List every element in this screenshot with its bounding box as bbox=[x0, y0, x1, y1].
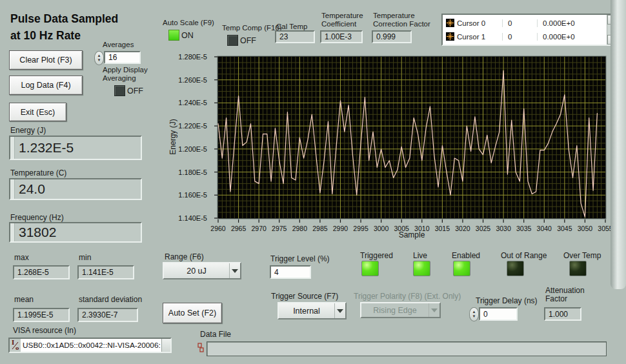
trigger-level-label: Trigger Level (%) bbox=[270, 254, 330, 263]
min-label: min bbox=[79, 253, 91, 262]
averages-input[interactable]: 16 bbox=[104, 51, 141, 64]
trigger-source-dropdown[interactable]: Internal bbox=[278, 302, 347, 319]
temp-comp-toggle[interactable] bbox=[227, 35, 238, 46]
trigger-level-input[interactable]: 4 bbox=[270, 265, 311, 279]
mean-label: mean bbox=[14, 295, 34, 304]
enabled-label: Enabled bbox=[452, 251, 480, 260]
exit-button[interactable]: Exit (Esc) bbox=[9, 103, 66, 121]
trigger-source-label: Trigger Source (F7) bbox=[271, 292, 338, 301]
out-of-range-label: Out of Range bbox=[501, 251, 547, 260]
y-axis-tick-label: 1.280E-5 bbox=[161, 53, 207, 61]
y-axis-title: Energy (J) bbox=[168, 108, 177, 166]
x-axis-tick-label: 3045 bbox=[557, 225, 572, 232]
range-value: 20 uJ bbox=[164, 267, 229, 276]
temperature-correction-factor-label: Temperature Correction Factor bbox=[373, 12, 439, 28]
trigger-polarity-label: Trigger Polarity (F8) (Ext. Only) bbox=[354, 292, 461, 301]
visa-resource-label: VISA resource (In) bbox=[13, 326, 76, 335]
y-axis-tick-label: 1.220E-5 bbox=[161, 122, 207, 130]
apply-display-averaging-toggle[interactable] bbox=[114, 85, 125, 96]
visa-resource-value[interactable]: USB0::0x1AD5::0x0042::NI-VISA-20006: bbox=[21, 339, 161, 352]
energy-value: 1.232E-5 bbox=[19, 140, 74, 156]
x-axis-title: Sample bbox=[379, 230, 444, 239]
trigger-delay-label: Trigger Delay (ns) bbox=[476, 296, 538, 305]
trigger-delay-spinner[interactable]: ▲▼ bbox=[469, 307, 479, 321]
x-axis-tick-label: 2960 bbox=[210, 225, 226, 232]
over-temp-label: Over Temp bbox=[563, 251, 601, 260]
frequency-indicator: 31802 bbox=[9, 222, 142, 243]
frequency-value: 31802 bbox=[19, 225, 56, 240]
energy-waveform-graph: 2960296529702975298029852990299530003005… bbox=[213, 54, 620, 239]
averages-spinner[interactable]: ▲▼ bbox=[94, 51, 104, 65]
attenuation-factor-label: Attenuation Factor bbox=[545, 287, 592, 303]
x-axis-tick-label: 3030 bbox=[496, 225, 511, 232]
triggered-led bbox=[361, 261, 379, 276]
auto-set-button[interactable]: Auto Set (F2) bbox=[163, 303, 222, 323]
temperature-label: Temperature (C) bbox=[10, 168, 66, 177]
energy-label: Energy (J) bbox=[10, 126, 46, 135]
chevron-down-icon[interactable] bbox=[229, 263, 240, 278]
spinner-down-icon[interactable]: ▼ bbox=[472, 314, 476, 319]
cursor-legend-rows: Cursor 0 0 0.000E+0 Cursor 1 0 0.000E+0 bbox=[443, 15, 607, 45]
page-title-line1: Pulse Data Sampled bbox=[10, 10, 118, 27]
cursor-legend: Cursor 0 0 0.000E+0 Cursor 1 0 0.000E+0 … bbox=[441, 14, 618, 46]
log-data-button[interactable]: Log Data (F4) bbox=[9, 76, 83, 95]
front-panel: Pulse Data Sampled at 10 Hz Rate Clear P… bbox=[0, 0, 626, 364]
temperature-value: 24.0 bbox=[19, 181, 45, 197]
temp-comp-state: OFF bbox=[240, 36, 256, 45]
apply-display-averaging-state: OFF bbox=[127, 86, 143, 96]
range-dropdown[interactable]: 20 uJ bbox=[163, 262, 241, 279]
spinner-up-icon[interactable]: ▲ bbox=[97, 54, 101, 58]
data-file-label: Data File bbox=[200, 330, 231, 339]
spinner-down-icon[interactable]: ▼ bbox=[97, 58, 101, 63]
clear-plot-button[interactable]: Clear Plot (F3) bbox=[9, 50, 83, 70]
max-label: max bbox=[14, 253, 29, 262]
trigger-polarity-dropdown[interactable]: Rising Edge bbox=[360, 302, 441, 318]
max-value: 1.268E-5 bbox=[13, 265, 70, 279]
cursor1-crosshair-icon bbox=[443, 32, 457, 41]
cursor-row-1[interactable]: Cursor 1 0 0.000E+0 bbox=[443, 30, 607, 43]
visa-dropdown-button[interactable] bbox=[161, 339, 170, 352]
temperature-indicator: 24.0 bbox=[9, 178, 142, 200]
cursor0-x-value: 0 bbox=[502, 19, 537, 27]
cursor0-crosshair-icon bbox=[443, 19, 457, 27]
cal-temp-label: Cal Temp bbox=[276, 23, 307, 30]
auto-scale-toggle[interactable] bbox=[168, 30, 179, 41]
cursor0-name: Cursor 0 bbox=[457, 19, 502, 27]
data-file-input[interactable] bbox=[207, 341, 607, 356]
cursor1-x-value: 0 bbox=[502, 33, 537, 41]
temperature-correction-factor-value: 0.999 bbox=[372, 30, 412, 43]
trigger-delay-input[interactable]: 0 bbox=[479, 307, 518, 321]
field-gutter bbox=[10, 179, 15, 199]
chevron-down-icon[interactable] bbox=[334, 303, 345, 318]
cursor1-name: Cursor 1 bbox=[457, 33, 502, 41]
y-axis-tick-label: 1.260E-5 bbox=[161, 76, 207, 84]
spinner-up-icon[interactable]: ▲ bbox=[472, 310, 476, 314]
y-axis-tick-label: 1.160E-5 bbox=[161, 191, 207, 199]
x-axis-tick-label: 3035 bbox=[516, 225, 532, 232]
svg-text:I: I bbox=[12, 339, 14, 346]
temperature-coefficient-value: 1.00E-3 bbox=[320, 30, 363, 43]
standard-deviation-label: standard deviation bbox=[79, 295, 142, 304]
x-axis-tick-label: 2975 bbox=[272, 225, 287, 232]
enabled-led bbox=[453, 261, 470, 276]
auto-scale-label: Auto Scale (F9) bbox=[163, 19, 214, 26]
y-axis-tick-label: 1.240E-5 bbox=[161, 99, 207, 106]
energy-indicator: 1.232E-5 bbox=[9, 136, 142, 160]
cursor0-y-value: 0.000E+0 bbox=[537, 19, 607, 27]
visa-io-icon: Io bbox=[10, 339, 21, 352]
x-axis-tick-label: 2965 bbox=[231, 225, 247, 232]
range-label: Range (F6) bbox=[165, 252, 204, 261]
x-axis-tick-label: 2985 bbox=[312, 225, 328, 232]
auto-scale-state: ON bbox=[181, 31, 194, 40]
x-axis-tick-label: 2990 bbox=[333, 225, 348, 232]
x-axis-tick-label: 3025 bbox=[476, 225, 491, 232]
cursor-row-0[interactable]: Cursor 0 0 0.000E+0 bbox=[443, 16, 607, 30]
cursor1-y-value: 0.000E+0 bbox=[537, 33, 607, 41]
x-axis-tick-label: 3040 bbox=[537, 225, 552, 232]
x-axis-tick-label: 2970 bbox=[251, 225, 267, 232]
x-axis-tick-label: 2980 bbox=[292, 225, 308, 232]
cal-temp-value: 23 bbox=[275, 30, 315, 43]
over-temp-led bbox=[569, 261, 587, 276]
x-axis-tick-label: 3020 bbox=[455, 225, 470, 232]
visa-resource-combo[interactable]: Io USB0::0x1AD5::0x0042::NI-VISA-20006: bbox=[8, 338, 172, 353]
